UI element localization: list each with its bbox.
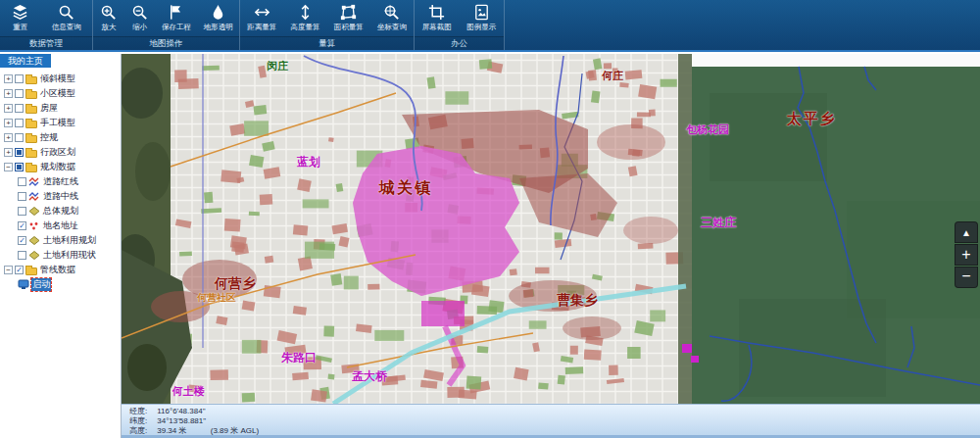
tree-item[interactable]: 道路红线 [0,174,121,189]
tree-item[interactable]: −✓管线数据 [0,263,121,277]
vertical-arrow-icon [296,3,315,22]
horizontal-arrow-icon [253,3,271,22]
toolbar-spacer [505,0,980,50]
altitude-agl-value: (3.89 米 AGL) [211,426,259,435]
layer-tree: +倾斜模型+小区模型+房屋+手工模型+控规+行政区划−规划数据道路红线道路中线总… [0,72,121,292]
map-viewport[interactable]: 闵庄何庄太平乡包杨花园蓝划城关镇三姓庄何营乡何营社区曹集乡朱路口孟大桥何土楼 ▲… [122,54,980,404]
layer-checkbox[interactable] [15,148,24,157]
monitor-icon [18,279,29,290]
layers-icon [11,3,29,22]
layer-icon [28,207,40,217]
compass-button[interactable]: ▲ [955,221,978,243]
tree-item-label: 小区模型 [39,87,76,100]
altitude-row: 高度: 39.34 米 (3.89 米 AGL) [129,426,980,436]
map-navigation-controls: ▲ + − [955,221,978,288]
save-project-button[interactable]: 保存工程 [160,2,193,36]
height-measure-button[interactable]: 高度量算 [288,2,321,36]
tree-item[interactable]: +控规 [0,130,121,145]
tree-item-label: 启动 [31,278,51,291]
tree-item[interactable]: ✓土地利用规划 [0,233,121,248]
expand-toggle-icon[interactable]: + [4,89,13,98]
toolbar-group-map-operations: 放大 缩小 保存工程 地形透明 地图操作 [93,0,240,50]
layer-checkbox[interactable]: ✓ [18,236,26,245]
group-label: 办公 [415,36,504,50]
tree-item[interactable]: 总体规划 [0,204,121,219]
latitude-row: 纬度: 34°13'58.881" [129,416,980,426]
tree-item[interactable]: +小区模型 [0,86,121,101]
layer-checkbox[interactable] [18,192,26,201]
tree-item-label: 房屋 [39,102,59,115]
layer-checkbox[interactable] [15,163,24,171]
map-canvas [122,54,980,404]
tree-item[interactable]: 土地利用现状 [0,248,121,263]
button-label: 信息查询 [52,23,81,32]
zoom-in-control[interactable]: + [955,244,978,266]
tree-item-label: 地名地址 [42,219,79,232]
tree-item-label: 土地利用现状 [42,249,97,262]
expand-toggle-icon[interactable]: + [4,74,13,83]
expand-toggle-icon[interactable]: + [4,119,13,127]
tree-item[interactable]: +房屋 [0,101,121,116]
zoom-in-button[interactable]: 放大 [97,2,120,36]
latitude-label: 纬度: [129,416,155,426]
folder-icon [25,266,37,275]
tree-item-label: 道路红线 [42,175,79,188]
crop-icon [427,3,446,22]
toolbar-group-data-management: 重置 信息查询 数据管理 [0,0,93,50]
layer-tree-panel: 我的主页 +倾斜模型+小区模型+房屋+手工模型+控规+行政区划−规划数据道路红线… [0,54,122,438]
folder-icon [25,104,37,114]
info-query-button[interactable]: 信息查询 [50,2,83,36]
tree-item[interactable]: +手工模型 [0,116,121,130]
terrain-transparency-button[interactable]: 地形透明 [202,2,235,36]
tree-item-label: 规划数据 [39,161,76,173]
layer-checkbox[interactable]: ✓ [18,221,26,230]
button-label: 面积量算 [334,23,364,32]
screenshot-button[interactable]: 屏幕截图 [420,2,454,36]
zoom-out-button[interactable]: 缩小 [128,2,151,36]
group-label: 地图操作 [93,36,239,50]
layer-checkbox[interactable]: ✓ [15,266,24,274]
search-icon [57,3,75,22]
folder-icon [25,89,37,99]
tree-item-label: 管线数据 [39,264,76,276]
legend-display-button[interactable]: 图例显示 [465,2,498,36]
expand-toggle-icon[interactable]: + [4,133,13,142]
tree-item[interactable]: 启动 [0,277,121,292]
expand-toggle-icon[interactable]: + [4,148,13,157]
tree-item-label: 道路中线 [42,190,79,203]
longitude-row: 经度: 116°6'48.384" [129,407,980,416]
layer-checkbox[interactable] [15,74,24,83]
layer-checkbox[interactable] [18,177,26,186]
layer-checkbox[interactable] [15,133,24,142]
button-label: 地形透明 [204,23,233,32]
layer-checkbox[interactable] [18,251,26,260]
tree-item[interactable]: +行政区划 [0,145,121,160]
zoom-out-control[interactable]: − [955,267,978,288]
expand-toggle-icon[interactable]: − [4,266,13,274]
status-bar: 经度: 116°6'48.384" 纬度: 34°13'58.881" 高度: … [122,404,980,438]
expand-toggle-icon[interactable]: + [4,104,13,113]
altitude-label: 高度: [129,426,155,436]
distance-measure-button[interactable]: 距离量算 [245,2,278,36]
tree-item[interactable]: −规划数据 [0,160,121,174]
tree-item[interactable]: +倾斜模型 [0,72,121,86]
layer-checkbox[interactable] [18,207,26,216]
zigzag2-icon [28,192,40,202]
altitude-value: 39.34 米 [157,426,186,435]
button-label: 图例显示 [466,23,496,32]
dots-icon [28,221,40,231]
layer-checkbox[interactable] [15,104,24,113]
tree-item-label: 土地利用规划 [42,234,97,247]
reset-button[interactable]: 重置 [9,2,31,36]
layer-checkbox[interactable] [15,119,24,127]
tree-item[interactable]: 道路中线 [0,189,121,204]
button-label: 保存工程 [162,23,191,32]
flag-icon [167,3,185,22]
coordinate-query-button[interactable]: 坐标查询 [375,2,409,36]
button-label: 放大 [101,23,116,32]
layer-checkbox[interactable] [15,89,24,98]
tab-my-homepage[interactable]: 我的主页 [0,54,51,68]
tree-item[interactable]: ✓地名地址 [0,219,121,233]
area-measure-button[interactable]: 面积量算 [332,2,366,36]
expand-toggle-icon[interactable]: − [4,163,13,171]
